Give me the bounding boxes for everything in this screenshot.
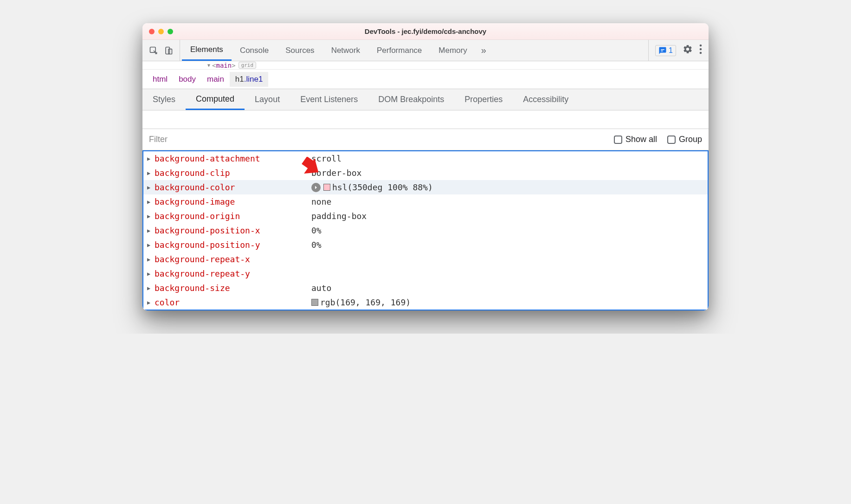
expand-icon[interactable]: ▶ xyxy=(147,256,154,263)
issues-button[interactable]: 1 xyxy=(655,45,676,56)
property-row[interactable]: ▶colorrgb(169, 169, 169) xyxy=(143,295,708,310)
traffic-lights xyxy=(149,29,173,34)
property-name: background-attachment xyxy=(154,154,311,163)
subtab-layout[interactable]: Layout xyxy=(245,89,290,110)
expand-icon[interactable]: ▶ xyxy=(147,227,154,234)
main-tabs: Elements Console Sources Network Perform… xyxy=(180,40,648,61)
svg-point-5 xyxy=(700,52,702,54)
property-name: background-repeat-y xyxy=(154,269,311,278)
property-value: padding-box xyxy=(311,211,367,221)
svg-point-3 xyxy=(700,45,702,47)
property-name: background-image xyxy=(154,197,311,207)
property-row[interactable]: ▶background-position-x0% xyxy=(143,223,708,238)
subtab-properties[interactable]: Properties xyxy=(454,89,513,110)
property-row[interactable]: ▶background-attachmentscroll xyxy=(143,151,708,166)
property-value: 0% xyxy=(311,226,322,235)
property-value: hsl(350deg 100% 88%) xyxy=(311,182,433,192)
subtab-computed[interactable]: Computed xyxy=(186,89,245,110)
devtools-window: DevTools - jec.fyi/demo/cds-anchovy Elem… xyxy=(142,23,709,310)
tab-console[interactable]: Console xyxy=(232,40,277,61)
svg-point-4 xyxy=(700,48,702,51)
tabs-overflow-button[interactable]: » xyxy=(476,40,492,61)
subtab-styles[interactable]: Styles xyxy=(142,89,186,110)
more-options-icon[interactable] xyxy=(699,44,702,57)
property-value: 0% xyxy=(311,240,322,250)
expand-icon[interactable]: ▶ xyxy=(147,271,154,277)
expand-icon[interactable]: ▶ xyxy=(147,285,154,291)
property-name: background-clip xyxy=(154,168,311,178)
property-row[interactable]: ▶background-position-y0% xyxy=(143,238,708,252)
minimize-window-button[interactable] xyxy=(158,29,164,34)
expand-icon[interactable]: ▶ xyxy=(147,155,154,162)
color-swatch[interactable] xyxy=(311,299,318,306)
property-name: background-repeat-x xyxy=(154,254,311,264)
color-swatch[interactable] xyxy=(323,184,330,191)
tab-performance[interactable]: Performance xyxy=(368,40,430,61)
svg-rect-2 xyxy=(168,49,172,54)
property-name: background-origin xyxy=(154,211,311,221)
expand-icon[interactable]: ▶ xyxy=(147,299,154,306)
property-value: auto xyxy=(311,283,331,293)
expand-icon[interactable]: ▶ xyxy=(147,213,154,220)
expand-icon[interactable]: ▶ xyxy=(147,184,154,191)
property-value: rgb(169, 169, 169) xyxy=(311,297,411,307)
sub-tabs: Styles Computed Layout Event Listeners D… xyxy=(142,89,709,110)
tab-sources[interactable]: Sources xyxy=(277,40,322,61)
close-window-button[interactable] xyxy=(149,29,155,34)
svg-rect-1 xyxy=(166,47,169,54)
property-value: scroll xyxy=(311,154,342,163)
property-value: none xyxy=(311,197,331,207)
breadcrumb-body[interactable]: body xyxy=(173,72,201,87)
zoom-window-button[interactable] xyxy=(168,29,173,34)
filter-row: Show all Group xyxy=(142,129,709,150)
subtab-dom-breakpoints[interactable]: DOM Breakpoints xyxy=(368,89,454,110)
breadcrumb: html body main h1.line1 xyxy=(142,70,709,89)
dom-tree-row[interactable]: ▼<main>grid xyxy=(142,61,709,70)
titlebar: DevTools - jec.fyi/demo/cds-anchovy xyxy=(142,23,709,40)
property-row[interactable]: ▶background-imagenone xyxy=(143,194,708,209)
property-row[interactable]: ▶background-repeat-y xyxy=(143,266,708,281)
property-name: background-size xyxy=(154,283,311,293)
property-value: border-box xyxy=(311,168,361,178)
show-all-label: Show all xyxy=(625,135,657,144)
main-toolbar: Elements Console Sources Network Perform… xyxy=(142,40,709,61)
property-row[interactable]: ▶background-clipborder-box xyxy=(143,166,708,180)
property-name: color xyxy=(154,297,311,307)
group-label: Group xyxy=(679,135,702,144)
property-row[interactable]: ▶background-sizeauto xyxy=(143,281,708,295)
inspect-element-icon[interactable] xyxy=(149,46,158,55)
breadcrumb-current[interactable]: h1.line1 xyxy=(230,72,269,87)
group-checkbox[interactable]: Group xyxy=(667,135,702,144)
spacer xyxy=(142,110,709,129)
expand-icon[interactable]: ▶ xyxy=(147,242,154,248)
expand-icon[interactable]: ▶ xyxy=(147,199,154,205)
settings-icon[interactable] xyxy=(683,44,693,57)
issues-count: 1 xyxy=(669,46,673,55)
property-name: background-position-y xyxy=(154,240,311,250)
navigate-icon[interactable] xyxy=(311,183,321,192)
subtab-event-listeners[interactable]: Event Listeners xyxy=(290,89,368,110)
breadcrumb-html[interactable]: html xyxy=(147,72,173,87)
tab-elements[interactable]: Elements xyxy=(182,40,232,61)
tab-memory[interactable]: Memory xyxy=(430,40,475,61)
computed-properties-panel: ▶background-attachmentscroll▶background-… xyxy=(142,150,709,310)
window-title: DevTools - jec.fyi/demo/cds-anchovy xyxy=(365,27,486,35)
show-all-checkbox[interactable]: Show all xyxy=(614,135,657,144)
property-name: background-position-x xyxy=(154,226,311,235)
subtab-accessibility[interactable]: Accessibility xyxy=(513,89,579,110)
property-row[interactable]: ▶background-repeat-x xyxy=(143,252,708,266)
device-toolbar-icon[interactable] xyxy=(164,46,173,55)
property-row[interactable]: ▶background-colorhsl(350deg 100% 88%) xyxy=(143,180,708,194)
filter-input[interactable] xyxy=(149,135,604,144)
property-row[interactable]: ▶background-originpadding-box xyxy=(143,209,708,223)
tab-network[interactable]: Network xyxy=(323,40,368,61)
property-name: background-color xyxy=(154,182,311,192)
breadcrumb-main[interactable]: main xyxy=(201,72,230,87)
expand-icon[interactable]: ▶ xyxy=(147,170,154,176)
